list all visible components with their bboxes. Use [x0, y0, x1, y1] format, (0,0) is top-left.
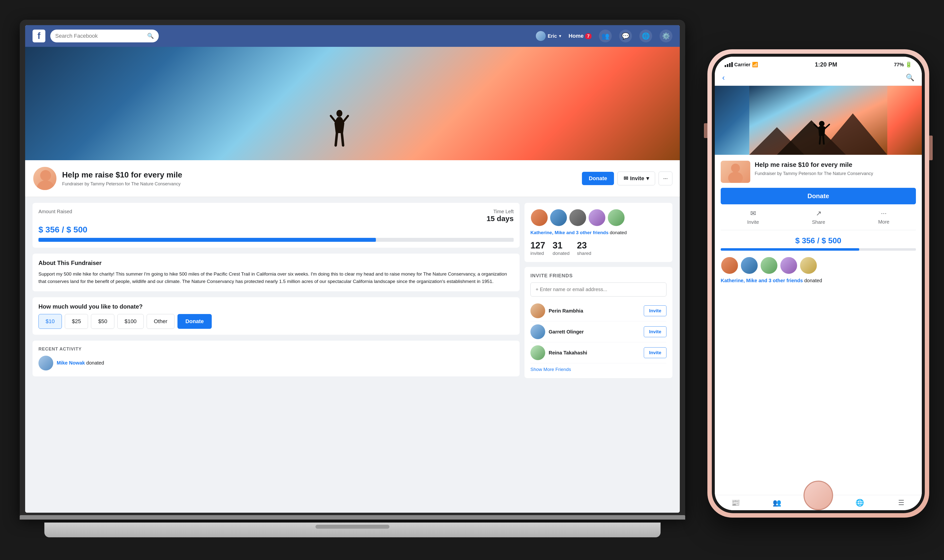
- donor-names: Katherine, Mike and 3 other friends: [530, 230, 609, 235]
- activity-action-text: donated: [86, 360, 104, 366]
- user-avatar: [536, 31, 546, 41]
- home-nav[interactable]: Home 7: [569, 33, 592, 39]
- phone-donor-names: Katherine, Mike and 3 other friends: [721, 278, 803, 283]
- amount-100-button[interactable]: $100: [117, 314, 144, 329]
- days-left: 15 days: [487, 214, 514, 223]
- donate-button[interactable]: Donate: [582, 172, 614, 185]
- phone-action-row: ✉ Invite ↗ Share ··· More: [721, 209, 916, 230]
- stat-donated: 31 donated: [553, 240, 570, 256]
- signal-dot-4: [731, 62, 733, 67]
- user-menu[interactable]: Eric ▾: [536, 31, 561, 41]
- friend-name-2: Garrett Olinger: [549, 329, 640, 335]
- invite-button[interactable]: ✉ Invite ▾: [617, 172, 655, 185]
- phone-share-action[interactable]: ↗ Share: [812, 209, 825, 225]
- phone-screen: Carrier 📶 1:20 PM 77% 🔋 ‹ 🔍: [715, 57, 922, 510]
- amount-50-button[interactable]: $50: [91, 314, 114, 329]
- stat-invited-label: invited: [530, 251, 545, 256]
- stat-invited: 127 invited: [530, 240, 545, 256]
- fundraiser-right: Katherine, Mike and 3 other friends dona…: [524, 203, 672, 378]
- fundraiser-subtitle: Fundraiser by Tammy Peterson for The Nat…: [62, 182, 577, 186]
- stat-donated-label: donated: [553, 251, 570, 256]
- phone-donor-avatars: [721, 257, 916, 274]
- friend-name-3: Reina Takahashi: [549, 350, 640, 356]
- recent-activity-label: RECENT ACTIVITY: [38, 346, 514, 352]
- messages-icon[interactable]: 💬: [619, 29, 632, 42]
- amount-25-button[interactable]: $25: [65, 314, 88, 329]
- user-name: Eric: [548, 33, 557, 39]
- carrier-label: Carrier: [734, 62, 750, 68]
- phone-donate-button[interactable]: Donate: [721, 188, 916, 204]
- phone-back-button[interactable]: ‹: [722, 73, 725, 82]
- globe-icon[interactable]: 🌐: [640, 29, 652, 42]
- fundraiser-actions: Donate ✉ Invite ▾ ···: [582, 172, 672, 185]
- about-title: About This Fundraiser: [38, 260, 514, 266]
- phone-search-button[interactable]: 🔍: [906, 74, 915, 82]
- phone-nav-globe[interactable]: 🌐: [852, 498, 867, 507]
- phone-nav-news-feed[interactable]: 📰: [728, 498, 743, 507]
- friends-icon[interactable]: 👥: [599, 29, 612, 42]
- show-more-friends-link[interactable]: Show More Friends: [530, 363, 666, 372]
- envelope-icon: ✉: [624, 175, 628, 182]
- fundraiser-main: Help me raise $10 for every mile Fundrai…: [25, 47, 680, 513]
- phone-donor-av-5: [799, 257, 817, 274]
- fundraiser-info-bar: Help me raise $10 for every mile Fundrai…: [25, 160, 680, 197]
- invite-friend-3-button[interactable]: Invite: [644, 347, 666, 358]
- donor-avatar-4: [588, 209, 606, 226]
- phone-donor-text: Katherine, Mike and 3 other friends dona…: [721, 278, 916, 283]
- invite-friend-2-button[interactable]: Invite: [644, 326, 666, 337]
- phone-share-label: Share: [812, 219, 825, 225]
- nav-icons: 👥 💬 🌐 ⚙️: [599, 29, 672, 42]
- chevron-icon: ▾: [646, 175, 649, 182]
- stat-shared-number: 23: [577, 240, 591, 251]
- invite-label: Invite: [630, 175, 644, 182]
- cover-gradient: [25, 47, 680, 160]
- amount-raised-label: Amount Raised: [38, 209, 72, 223]
- donate-question: How much would you like to donate?: [38, 303, 514, 310]
- svg-point-0: [337, 110, 342, 117]
- stat-shared-label: shared: [577, 251, 591, 256]
- phone-share-icon: ↗: [816, 209, 821, 217]
- stat-donated-number: 31: [553, 240, 570, 251]
- phone-more-action[interactable]: ··· More: [878, 209, 890, 225]
- settings-icon[interactable]: ⚙️: [660, 29, 672, 42]
- phone-progress-bar-fill: [721, 248, 859, 251]
- phone-org-avatar: [721, 161, 750, 183]
- phone-home-button[interactable]: [804, 481, 833, 510]
- more-button[interactable]: ···: [659, 172, 672, 185]
- donate-section: How much would you like to donate? $10 $…: [32, 297, 520, 335]
- search-bar[interactable]: 🔍: [50, 29, 159, 42]
- invite-friend-1-button[interactable]: Invite: [644, 305, 666, 316]
- organizer-avatar: [32, 166, 57, 191]
- search-input[interactable]: [55, 33, 145, 39]
- phone-status-bar: Carrier 📶 1:20 PM 77% 🔋: [715, 57, 922, 71]
- phone-invite-icon: ✉: [750, 209, 756, 217]
- phone-more-label: More: [878, 219, 890, 225]
- activity-donor-name[interactable]: Mike Nowak: [57, 360, 85, 366]
- scene: f 🔍 Eric ▾ Home 7: [0, 0, 944, 560]
- phone-battery: 77% 🔋: [894, 62, 912, 68]
- donor-avatars: [530, 209, 666, 226]
- phone-nav-friends[interactable]: 👥: [769, 498, 784, 507]
- stat-shared: 23 shared: [577, 240, 591, 256]
- phone-volume-button[interactable]: [704, 123, 707, 138]
- amount-buttons: $10 $25 $50 $100 Other Donate: [38, 314, 514, 329]
- phone-nav-menu[interactable]: ☰: [894, 498, 909, 507]
- phone-power-button[interactable]: [929, 135, 933, 160]
- phone-invite-action[interactable]: ✉ Invite: [747, 209, 759, 225]
- amount-10-button[interactable]: $10: [38, 314, 62, 329]
- wifi-icon: 📶: [752, 62, 758, 68]
- amount-other-button[interactable]: Other: [147, 314, 175, 329]
- signal-dot-2: [727, 64, 728, 67]
- battery-icon: 🔋: [905, 62, 912, 68]
- laptop-screen-outer: f 🔍 Eric ▾ Home 7: [20, 20, 685, 515]
- fundraiser-left: Amount Raised Time Left 15 days $ 356 / …: [32, 203, 520, 378]
- amount-donate-button[interactable]: Donate: [177, 314, 212, 329]
- facebook-logo: f: [32, 29, 45, 42]
- about-text: Support my 500 mile hike for charity! Th…: [38, 271, 514, 285]
- phone-outer: Carrier 📶 1:20 PM 77% 🔋 ‹ 🔍: [707, 49, 929, 518]
- phone-more-icon: ···: [881, 209, 887, 217]
- chevron-down-icon: ▾: [559, 33, 561, 39]
- invite-search-input[interactable]: [530, 283, 666, 297]
- recent-activity-section: RECENT ACTIVITY Mike Nowak donated: [32, 341, 520, 376]
- laptop-hinge: [20, 515, 685, 520]
